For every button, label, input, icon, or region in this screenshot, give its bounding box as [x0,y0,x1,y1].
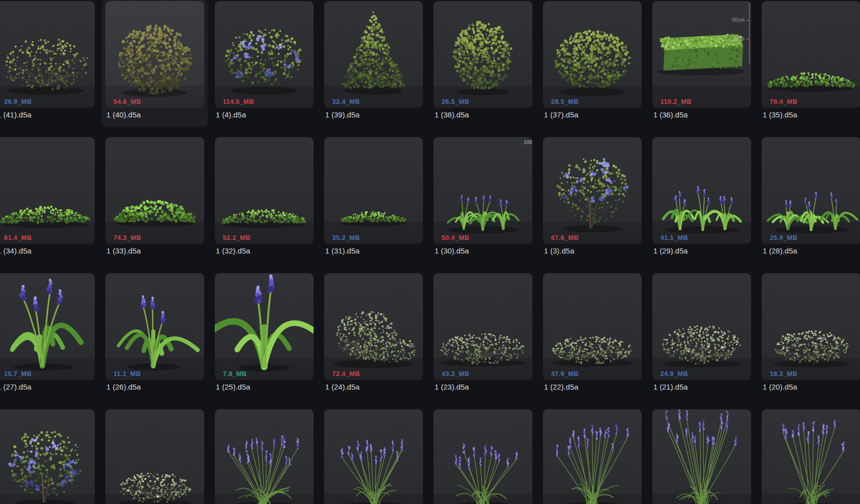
asset-tile[interactable]: 100c50.4_MB1 (30).d5a [434,137,532,244]
plant-thumbnail-bush-white-a [652,273,751,380]
asset-tile[interactable]: 15.7_MB1 (27).d5a [0,273,95,380]
file-size-badge: 54.6_MB [113,98,141,105]
asset-grid: 26.9_MB1 (41).d5a54.6_MB1 (40).d5a114.5_… [0,1,860,504]
asset-thumbnail-card: 18.3_MB [762,273,860,380]
file-name-label: 1 (40).d5a [106,110,141,119]
asset-tile[interactable]: 61.4_MB1 (34).d5a [0,137,95,244]
asset-tile[interactable]: 74.3_MB1 (33).d5a [105,137,204,244]
asset-thumbnail-card: 100c50.4_MB [434,137,532,244]
asset-tile[interactable] [652,409,751,504]
file-name-label: 1 (39).d5a [325,110,359,119]
file-size-badge: 32.4_MB [332,98,360,105]
asset-tile[interactable] [105,409,204,504]
asset-tile[interactable]: 78.4_MB1 (35).d5a [762,1,860,108]
asset-tile[interactable]: 67.8_MB1 (3).d5a [543,137,642,244]
file-name-label: 1 (34).d5a [0,246,31,255]
asset-tile[interactable]: 26.9_MB1 (41).d5a [0,1,95,108]
file-size-badge: 78.4_MB [770,98,797,105]
file-name-label: 1 (27).d5a [0,383,31,391]
asset-thumbnail-card: 67.8_MB [543,137,642,244]
asset-thumbnail-card: 11.1_MB [105,273,204,380]
file-size-badge: 35.2_MB [332,234,360,241]
asset-thumbnail-card: 26.9_MB [0,1,95,108]
file-size-badge: 41.1_MB [660,234,688,241]
file-name-label: 1 (31).d5a [325,246,359,255]
plant-thumbnail-bush-sage-tall [324,273,423,380]
asset-tile[interactable]: 47.9_MB1 (22).d5a [543,273,642,380]
file-size-badge: 7.8_MB [223,370,247,377]
file-size-badge: 15.7_MB [4,370,32,377]
asset-tile[interactable]: 32.4_MB1 (39).d5a [324,1,423,108]
plant-thumbnail-lavender-d [543,409,642,504]
file-name-label: 1 (38).d5a [435,110,469,119]
file-size-badge: 52.2_MB [223,234,251,241]
plant-thumbnail-bush-round-wide [543,1,642,108]
asset-tile[interactable]: 28.5_MB1 (37).d5a [543,1,642,108]
plant-thumbnail-hedge-box [652,1,751,108]
asset-thumbnail-card [215,409,314,504]
plant-thumbnail-muscari-group-b [652,137,751,244]
asset-thumbnail-card: 50cm25cm110.2_MB [652,1,751,108]
asset-thumbnail-card: 26.5_MB [434,1,532,108]
asset-tile[interactable] [215,409,314,504]
asset-tile[interactable]: 11.1_MB1 (26).d5a [105,273,204,380]
plant-thumbnail-mat-e [324,137,423,244]
asset-tile[interactable]: 26.5_MB1 (38).d5a [434,1,532,108]
plant-thumbnail-muscari-group-a [434,137,532,244]
asset-tile[interactable] [0,409,95,504]
asset-thumbnail-card [0,409,95,504]
plant-thumbnail-lavender-e [652,409,751,504]
plant-thumbnail-bush-sage-low-a [434,273,532,380]
asset-thumbnail-card: 54.6_MB [105,1,204,108]
file-size-badge: 28.5_MB [551,98,579,105]
asset-tile[interactable]: 72.4_MB1 (24).d5a [324,273,423,380]
file-size-badge: 67.8_MB [551,234,579,241]
asset-tile[interactable]: 52.2_MB1 (32).d5a [215,137,314,244]
file-size-badge: 61.4_MB [4,234,32,241]
asset-thumbnail-card [543,409,642,504]
plant-thumbnail-muscari-single-a [0,273,95,380]
asset-thumbnail-card [324,409,423,504]
plant-thumbnail-bush-cone [324,1,423,108]
file-size-badge: 26.9_MB [4,98,32,105]
asset-tile[interactable]: 18.3_MB1 (20).d5a [762,273,860,380]
asset-tile[interactable]: 7.8_MB1 (25).d5a [215,273,314,380]
asset-tile[interactable]: 25.9_MB1 (28).d5a [762,137,860,244]
asset-thumbnail-card: 7.8_MB [215,273,314,380]
asset-tile[interactable]: 43.3_MB1 (23).d5a [434,273,532,380]
plant-thumbnail-lavender-f [762,409,860,504]
file-size-badge: 43.3_MB [442,370,469,377]
asset-tile[interactable] [434,409,532,504]
file-name-label: 1 (4).d5a [216,110,246,119]
asset-tile[interactable] [324,409,423,504]
plant-thumbnail-bush-oval [434,1,532,108]
asset-tile[interactable]: 114.5_MB1 (4).d5a [215,1,314,108]
file-name-label: 1 (23).d5a [435,383,469,391]
asset-thumbnail-card: 15.7_MB [0,273,95,380]
asset-thumbnail-card: 43.3_MB [434,273,532,380]
file-size-badge: 18.3_MB [770,370,797,377]
file-size-badge: 50.4_MB [442,234,469,241]
file-size-badge: 24.9_MB [660,370,688,377]
asset-thumbnail-card: 52.2_MB [215,137,314,244]
asset-thumbnail-card: 61.4_MB [0,137,95,244]
asset-tile[interactable]: 54.6_MB1 (40).d5a [105,1,204,108]
asset-tile[interactable]: 35.2_MB1 (31).d5a [324,137,423,244]
asset-thumbnail-card: 41.1_MB [652,137,751,244]
asset-tile[interactable] [762,409,860,504]
asset-tile[interactable]: 24.9_MB1 (21).d5a [652,273,751,380]
plant-thumbnail-mat-a [762,1,860,108]
plant-thumbnail-mat-c [105,137,204,244]
asset-tile[interactable]: 50cm25cm110.2_MB1 (36).d5a [652,1,751,108]
asset-tile[interactable] [543,409,642,504]
plant-thumbnail-bush-round-dense [105,1,204,108]
file-size-badge: 72.4_MB [332,370,360,377]
plant-thumbnail-bush-white-b [762,273,860,380]
file-name-label: 1 (35).d5a [763,110,797,119]
asset-tile[interactable]: 41.1_MB1 (29).d5a [652,137,751,244]
asset-thumbnail-card: 78.4_MB [762,1,860,108]
file-name-label: 1 (37).d5a [544,110,578,119]
file-name-label: 1 (25).d5a [216,383,250,391]
asset-thumbnail-card: 32.4_MB [324,1,423,108]
plant-thumbnail-muscari-single-b [105,273,204,380]
